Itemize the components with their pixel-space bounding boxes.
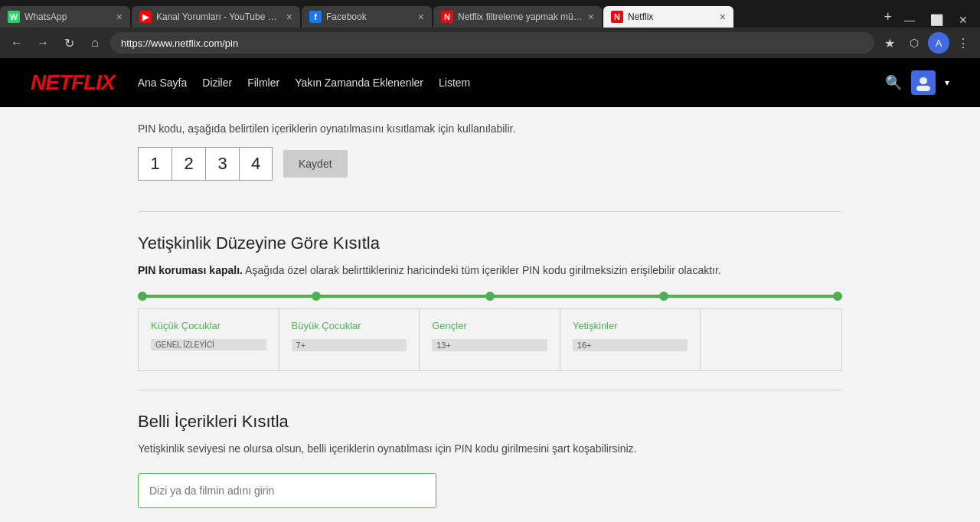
pin-description: PIN kodu, aşağıda belirtilen içeriklerin… <box>138 122 842 135</box>
maturity-desc-bold: PIN koruması kapalı. <box>138 264 243 276</box>
main-content: PIN kodu, aşağıda belirtilen içeriklerin… <box>107 107 873 522</box>
maturity-col-1[interactable]: Büyük Çocuklar7+ <box>279 309 420 370</box>
tab-youtube[interactable]: ▶Kanal Yorumları - YouTube Stu...× <box>132 6 300 28</box>
maturity-labels: Küçük ÇocuklarGENEL İZLEYİCİBüyük Çocukl… <box>138 308 842 371</box>
header-icons: 🔍 ▾ <box>885 70 949 95</box>
section-divider-1 <box>138 211 842 212</box>
pin-box-3[interactable]: 3 <box>205 147 239 181</box>
maturity-col-4[interactable] <box>701 309 841 370</box>
tab-netflix[interactable]: NNetflix× <box>603 6 733 28</box>
avatar[interactable] <box>911 70 936 95</box>
maturity-col-0[interactable]: Küçük ÇocuklarGENEL İZLEYİCİ <box>139 309 279 370</box>
slider-dot-3 <box>485 292 495 301</box>
profile-icon[interactable]: A <box>928 32 949 54</box>
tab-label-youtube: Kanal Yorumları - YouTube Stu... <box>156 11 282 22</box>
tab-whatsapp[interactable]: WWhatsApp× <box>0 6 130 28</box>
slider-track <box>138 295 842 298</box>
forward-button[interactable]: → <box>32 32 54 54</box>
pin-box-1[interactable]: 1 <box>138 147 172 181</box>
netflix-app: NETFLIX Ana Sayfa Diziler Filmler Yakın … <box>0 58 980 522</box>
maturity-col-3[interactable]: Yetişkinler16+ <box>560 309 701 370</box>
maturity-desc: PIN koruması kapalı. Aşağıda özel olarak… <box>138 264 842 276</box>
address-input[interactable] <box>110 32 874 54</box>
tab-close-netflix-filter[interactable]: × <box>588 11 594 23</box>
nav-series[interactable]: Diziler <box>202 77 232 89</box>
maturity-name-2: Gençler <box>432 320 547 331</box>
search-icon[interactable]: 🔍 <box>885 74 902 91</box>
section-divider-2 <box>138 390 842 390</box>
window-controls: — ⬜ ✕ <box>898 12 980 28</box>
menu-icon[interactable]: ⋮ <box>952 32 974 54</box>
svg-rect-2 <box>916 86 930 91</box>
tab-favicon-youtube: ▶ <box>139 11 152 23</box>
tab-close-facebook[interactable]: × <box>418 11 424 23</box>
tab-bar: WWhatsApp×▶Kanal Yorumları - YouTube Stu… <box>0 0 980 28</box>
toolbar-icons: ★ ⬡ A ⋮ <box>879 32 974 54</box>
tab-facebook[interactable]: fFacebook× <box>302 6 432 28</box>
nav-home[interactable]: Ana Sayfa <box>138 77 188 89</box>
home-button[interactable]: ⌂ <box>84 32 106 54</box>
restrict-title: Belli İçerikleri Kısıtla <box>138 412 842 432</box>
maturity-desc-rest: Aşağıda özel olarak belirttikleriniz har… <box>245 264 721 276</box>
extensions-icon[interactable]: ⬡ <box>903 32 925 54</box>
save-button[interactable]: Kaydet <box>283 150 348 178</box>
back-button[interactable]: ← <box>6 32 28 54</box>
tab-label-whatsapp: WhatsApp <box>24 11 112 22</box>
maturity-name-3: Yetişkinler <box>573 320 688 331</box>
minimize-button[interactable]: — <box>898 12 921 28</box>
address-bar-row: ← → ↻ ⌂ ★ ⬡ A ⋮ <box>0 28 980 58</box>
maturity-badge-2: 13+ <box>432 339 547 351</box>
maturity-badge-3: 16+ <box>573 339 688 351</box>
tab-favicon-netflix-filter: N <box>441 11 453 23</box>
nav-mylist[interactable]: Listem <box>439 77 470 89</box>
maturity-title: Yetişkinlik Düzeyine Göre Kısıtla <box>138 233 842 253</box>
slider-dot-2 <box>312 292 321 301</box>
bookmark-icon[interactable]: ★ <box>879 32 900 54</box>
tab-favicon-whatsapp: W <box>8 11 20 23</box>
tab-close-netflix[interactable]: × <box>720 11 726 23</box>
maximize-button[interactable]: ⬜ <box>924 12 949 28</box>
slider-dot-4 <box>659 292 668 301</box>
avatar-image <box>915 74 932 91</box>
browser-window: WWhatsApp×▶Kanal Yorumları - YouTube Stu… <box>0 0 980 522</box>
restrict-section: Belli İçerikleri Kısıtla Yetişkinlik sev… <box>138 412 842 508</box>
restrict-input[interactable] <box>138 473 436 508</box>
pin-box-4[interactable]: 4 <box>239 147 273 181</box>
pin-row: 1234 Kaydet <box>138 147 842 181</box>
maturity-name-1: Büyük Çocuklar <box>292 320 407 331</box>
pin-box-2[interactable]: 2 <box>172 147 205 181</box>
tab-label-netflix-filter: Netflix filtreleme yapmak mün... <box>458 11 583 22</box>
netflix-logo: NETFLIX <box>31 70 115 95</box>
slider-dots <box>138 292 842 301</box>
tab-label-facebook: Facebook <box>326 11 413 22</box>
profile-dropdown-icon[interactable]: ▾ <box>945 77 949 88</box>
maturity-slider[interactable] <box>138 295 842 298</box>
restrict-desc: Yetişkinlik seviyesi ne olursa olsun, be… <box>138 442 842 455</box>
tab-close-whatsapp[interactable]: × <box>116 11 122 23</box>
maturity-badge-0: GENEL İZLEYİCİ <box>151 339 266 351</box>
netflix-header: NETFLIX Ana Sayfa Diziler Filmler Yakın … <box>0 58 980 107</box>
refresh-button[interactable]: ↻ <box>58 32 80 54</box>
tab-close-youtube[interactable]: × <box>286 11 292 23</box>
tab-label-netflix: Netflix <box>628 11 715 22</box>
nav-films[interactable]: Filmler <box>247 77 279 89</box>
svg-rect-1 <box>920 77 927 84</box>
tab-netflix-filter[interactable]: NNetflix filtreleme yapmak mün...× <box>433 6 602 28</box>
maturity-section: Yetişkinlik Düzeyine Göre Kısıtla PIN ko… <box>138 233 842 371</box>
slider-dot-1 <box>138 292 147 301</box>
maturity-name-0: Küçük Çocuklar <box>151 320 266 331</box>
tab-favicon-netflix: N <box>611 11 623 23</box>
maturity-col-2[interactable]: Gençler13+ <box>420 309 560 370</box>
slider-dot-5 <box>833 292 842 301</box>
maturity-badge-1: 7+ <box>292 339 407 351</box>
nav-links: Ana Sayfa Diziler Filmler Yakın Zamanda … <box>138 77 862 89</box>
tab-favicon-facebook: f <box>309 11 322 23</box>
new-tab-button[interactable]: + <box>877 6 898 28</box>
close-button[interactable]: ✕ <box>952 12 974 28</box>
nav-recent[interactable]: Yakın Zamanda Eklenenler <box>295 77 423 89</box>
